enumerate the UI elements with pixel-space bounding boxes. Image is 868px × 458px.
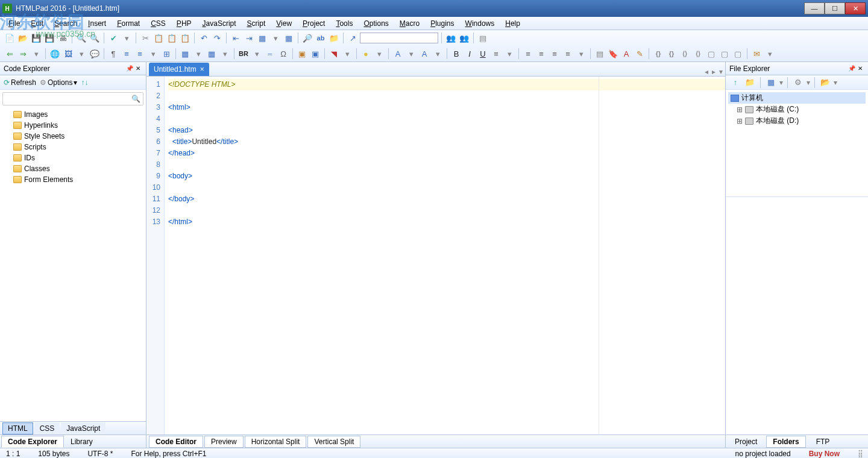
computer-node[interactable]: 计算机 (728, 92, 866, 104)
toolbar-button[interactable]: A (392, 48, 404, 60)
toolbar-button[interactable]: ≡ (522, 48, 534, 60)
explorer-tab[interactable]: FTP (810, 436, 837, 448)
toolbar-button[interactable]: 🔎 (301, 32, 313, 44)
options-button[interactable]: ⚙ Options ▾ (40, 78, 77, 87)
code-line[interactable]: <html> (168, 102, 725, 113)
code-line[interactable]: </head> (168, 148, 725, 159)
code-line[interactable] (168, 90, 725, 102)
expander-icon[interactable]: ⊞ (737, 105, 743, 114)
toolbar-button[interactable]: B (450, 48, 462, 60)
tree-item[interactable]: Style Sheets (0, 131, 146, 142)
toolbar-button[interactable]: 💾 (43, 32, 55, 44)
close-panel-icon[interactable]: ✕ (856, 64, 864, 73)
toolbar-button[interactable]: ▾ (341, 48, 353, 60)
pin-icon[interactable]: 📌 (125, 64, 134, 73)
tree-item[interactable]: Hyperlinks (0, 120, 146, 131)
toolbar-button[interactable]: 🖼 (62, 48, 74, 60)
maximize-button[interactable]: ☐ (825, 2, 845, 14)
tree-item[interactable]: Images (0, 109, 146, 120)
toolbar-search-input[interactable] (360, 33, 438, 43)
code-explorer-search[interactable]: 🔍 (2, 92, 143, 105)
code-line[interactable] (168, 113, 725, 125)
search-input[interactable] (5, 95, 131, 102)
toolbar-button[interactable]: ⟨⟩ (679, 48, 691, 60)
toolbar-button[interactable]: ▾ (75, 48, 87, 60)
sort-button[interactable]: ↑↓ (81, 78, 88, 87)
toolbar-button[interactable]: ⇐ (4, 48, 16, 60)
toolbar-button[interactable]: ▾ (764, 48, 776, 60)
toolbar-button[interactable]: 🔍 (89, 32, 101, 44)
settings-icon[interactable]: ⚙ (792, 77, 804, 89)
code-line[interactable]: </html> (168, 216, 725, 228)
mode-tab-html[interactable]: HTML (2, 422, 33, 434)
tab-close-icon[interactable]: × (200, 65, 204, 74)
menu-help[interactable]: Help (500, 18, 525, 29)
code-line[interactable] (168, 159, 725, 171)
up-folder-icon[interactable]: ↑ (729, 77, 741, 89)
code-line[interactable] (168, 205, 725, 216)
toolbar-button[interactable]: 📋 (179, 32, 191, 44)
toolbar-button[interactable]: A (418, 48, 430, 60)
menu-script[interactable]: Script (242, 18, 271, 29)
menu-tools[interactable]: Tools (331, 18, 357, 29)
code-line[interactable]: <body> (168, 171, 725, 182)
menu-css[interactable]: CSS (146, 18, 171, 29)
buy-now-link[interactable]: Buy Now (809, 450, 840, 458)
toolbar-button[interactable]: U (477, 48, 489, 60)
toolbar-button[interactable]: ≡ (121, 48, 133, 60)
toolbar-button[interactable]: ▾ (269, 32, 281, 44)
toolbar-button[interactable]: {} (665, 48, 678, 60)
view-tab[interactable]: Code Editor (149, 436, 203, 448)
editor-tab[interactable]: Untitled1.htm × (149, 63, 209, 76)
menu-plugins[interactable]: Plugins (426, 18, 459, 29)
toolbar-button[interactable]: ⇤ (230, 32, 242, 44)
code-line[interactable]: <!DOCTYPE HTML> (168, 79, 725, 90)
toolbar-button[interactable]: ▾ (405, 48, 417, 60)
resize-grip[interactable]: ⣿ (858, 450, 862, 458)
code-line[interactable]: </body> (168, 193, 725, 205)
toolbar-button[interactable]: 📂 (17, 32, 29, 44)
toolbar-button[interactable]: ▾ (251, 48, 263, 60)
toolbar-button[interactable]: ▾ (121, 32, 133, 44)
toolbar-button[interactable]: ab (315, 32, 327, 44)
mode-tab-css[interactable]: CSS (34, 422, 60, 434)
toolbar-button[interactable]: 👥 (445, 32, 457, 44)
menu-macro[interactable]: Macro (395, 18, 424, 29)
menu-windows[interactable]: Windows (461, 18, 500, 29)
toolbar-button[interactable]: 🔍 (75, 32, 87, 44)
toolbar-button[interactable]: ≡ (134, 48, 146, 60)
menu-view[interactable]: View (271, 18, 297, 29)
toolbar-button[interactable]: ≡ (535, 48, 547, 60)
toolbar-button[interactable]: ▾ (147, 48, 159, 60)
toolbar-button[interactable]: ¶ (107, 48, 119, 60)
toolbar-button[interactable]: ▾ (30, 48, 42, 60)
toolbar-button[interactable]: I (464, 48, 476, 60)
folder-dropdown-icon[interactable]: 📂 (819, 77, 831, 89)
toolbar-button[interactable]: ▦ (256, 32, 268, 44)
toolbar-button[interactable]: 📋 (166, 32, 178, 44)
toolbar-button[interactable]: ▾ (503, 48, 515, 60)
toolbar-button[interactable]: ▾ (192, 48, 204, 60)
toolbar-button[interactable]: 💾 (30, 32, 42, 44)
toolbar-button[interactable]: {} (652, 48, 664, 60)
panel-tab[interactable]: Code Explorer (1, 436, 64, 448)
close-button[interactable]: ✕ (845, 2, 866, 14)
code-line[interactable]: <title>Untitled</title> (168, 136, 725, 148)
pin-icon[interactable]: 📌 (848, 64, 856, 73)
toolbar-button[interactable]: A (620, 48, 632, 60)
view-tab[interactable]: Vertical Split (307, 436, 360, 448)
menu-project[interactable]: Project (298, 18, 330, 29)
search-icon[interactable]: 🔍 (131, 95, 140, 103)
toolbar-button[interactable]: ⟨⟩ (692, 48, 704, 60)
explorer-tab[interactable]: Folders (766, 436, 805, 448)
code-content[interactable]: <!DOCTYPE HTML> <html> <head> <title>Unt… (165, 77, 725, 434)
menu-edit[interactable]: Edit (26, 18, 48, 29)
toolbar-button[interactable]: ▤ (477, 32, 489, 44)
toolbar-button[interactable]: ⇥ (243, 32, 255, 44)
menu-javascript[interactable]: JavaScript (198, 18, 241, 29)
toolbar-button[interactable]: 💬 (89, 48, 101, 60)
mode-tab-javascript[interactable]: JavaScript (61, 422, 105, 434)
tree-item[interactable]: IDs (0, 152, 146, 163)
drive-node[interactable]: ⊞本地磁盘 (D:) (728, 115, 866, 127)
menu-php[interactable]: PHP (172, 18, 197, 29)
